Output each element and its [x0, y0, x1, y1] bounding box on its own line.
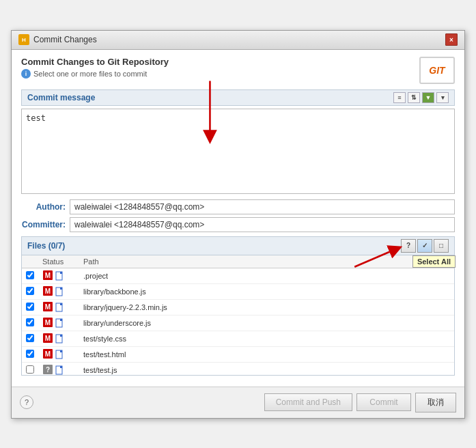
status-uncheck-icon: ?: [42, 364, 53, 375]
table-row: Mlibrary/jquery-2.2.3.min.js: [22, 299, 454, 315]
file-type-icon: [55, 290, 65, 298]
file-type-icon: [55, 274, 65, 282]
files-tool-help[interactable]: ?: [401, 239, 416, 253]
files-header: Files (0/7) ? ✓ □ Select All: [22, 237, 454, 255]
file-checkbox[interactable]: [26, 365, 34, 374]
file-checkbox[interactable]: [26, 287, 34, 295]
table-row: Mlibrary/underscore.js: [22, 315, 454, 331]
col-path: Path: [79, 255, 454, 268]
select-all-tooltip: Select All: [412, 255, 456, 268]
sub-title: i Select one or more files to commit: [21, 69, 419, 79]
files-toolbar: ? ✓ □ Select All: [401, 239, 449, 253]
file-path: .project: [79, 268, 454, 283]
author-row: Author:: [21, 199, 455, 214]
svg-text:M: M: [45, 350, 51, 358]
files-table: Status Path M.projectMlibrary/backbone.j…: [22, 255, 454, 375]
info-icon: i: [21, 69, 31, 79]
commit-message-tools: ≡ ⇅ ▼ ▾: [393, 92, 449, 103]
table-row: ?test/test.js: [22, 362, 454, 375]
table-row: Mlibrary/backbone.js: [22, 283, 454, 299]
file-type-icon: [55, 321, 65, 329]
title-bar-left: H Commit Changes: [18, 34, 97, 45]
svg-text:M: M: [45, 272, 51, 279]
commit-message-area: test: [21, 109, 455, 194]
files-label: Files (0/7): [27, 241, 65, 251]
committer-label: Committer:: [21, 220, 66, 229]
svg-text:M: M: [45, 288, 51, 295]
status-modified-icon: M: [42, 270, 53, 281]
committer-input[interactable]: [70, 217, 455, 232]
files-list-container: Status Path M.projectMlibrary/backbone.j…: [22, 255, 454, 375]
footer-left: ?: [20, 395, 33, 409]
file-checkbox[interactable]: [26, 334, 34, 342]
svg-text:M: M: [45, 335, 51, 342]
file-path: library/jquery-2.2.3.min.js: [79, 299, 454, 315]
cancel-button[interactable]: 取消: [415, 393, 456, 412]
help-button[interactable]: ?: [20, 395, 33, 409]
footer-section: ? Commit and Push Commit 取消: [12, 387, 464, 418]
status-modified-icon: M: [42, 317, 53, 328]
footer-buttons: Commit and Push Commit 取消: [264, 393, 456, 412]
tool-btn-expand[interactable]: ▾: [436, 92, 449, 103]
file-type-icon: [55, 352, 65, 361]
commit-and-push-button[interactable]: Commit and Push: [264, 393, 352, 411]
files-tool-diff[interactable]: □: [434, 239, 449, 253]
file-path: library/underscore.js: [79, 315, 454, 331]
svg-text:M: M: [45, 303, 51, 311]
status-modified-icon: M: [42, 301, 53, 312]
author-label: Author:: [21, 202, 66, 212]
status-modified-icon: M: [42, 333, 53, 344]
col-check: [22, 255, 38, 268]
header-left: Commit Changes to Git Repository i Selec…: [21, 57, 419, 79]
file-path: library/backbone.js: [79, 283, 454, 299]
status-modified-icon: M: [42, 348, 53, 359]
header-section: Commit Changes to Git Repository i Selec…: [21, 57, 455, 84]
commit-message-input[interactable]: test: [22, 109, 454, 191]
files-tool-check[interactable]: ✓: [417, 239, 432, 253]
file-path: test/test.html: [79, 346, 454, 362]
content-area: Commit Changes to Git Repository i Selec…: [12, 50, 464, 382]
tool-btn-3[interactable]: ▼: [422, 92, 434, 103]
git-logo: GIT: [419, 57, 455, 84]
file-path: test/style.css: [79, 331, 454, 346]
file-checkbox[interactable]: [26, 271, 34, 279]
tool-btn-1[interactable]: ≡: [393, 92, 406, 103]
tool-btn-2[interactable]: ⇅: [408, 92, 420, 103]
table-row: Mtest/style.css: [22, 331, 454, 346]
close-button[interactable]: ×: [445, 33, 458, 46]
commit-button[interactable]: Commit: [356, 393, 411, 411]
app-icon: H: [18, 34, 29, 45]
col-status: Status: [38, 255, 79, 268]
file-type-icon: [55, 337, 65, 345]
file-path: test/test.js: [79, 362, 454, 375]
svg-text:M: M: [45, 319, 51, 326]
svg-text:?: ?: [46, 366, 50, 374]
committer-row: Committer:: [21, 217, 455, 232]
main-title: Commit Changes to Git Repository: [21, 57, 419, 67]
author-input[interactable]: [70, 199, 455, 214]
file-checkbox[interactable]: [26, 303, 34, 311]
file-checkbox[interactable]: [26, 318, 34, 326]
commit-message-label: Commit message: [27, 93, 95, 102]
dialog: H Commit Changes × Commit Changes to Git…: [11, 30, 465, 419]
table-row: M.project: [22, 268, 454, 283]
window-title: Commit Changes: [33, 35, 97, 44]
status-modified-icon: M: [42, 285, 53, 296]
file-checkbox[interactable]: [26, 350, 34, 358]
title-bar: H Commit Changes ×: [12, 31, 464, 50]
commit-message-header: Commit message ≡ ⇅ ▼ ▾: [21, 89, 455, 106]
files-section: Files (0/7) ? ✓ □ Select All Status Path: [21, 236, 455, 376]
table-row: Mtest/test.html: [22, 346, 454, 362]
file-type-icon: [55, 305, 65, 313]
file-type-icon: [55, 368, 65, 375]
